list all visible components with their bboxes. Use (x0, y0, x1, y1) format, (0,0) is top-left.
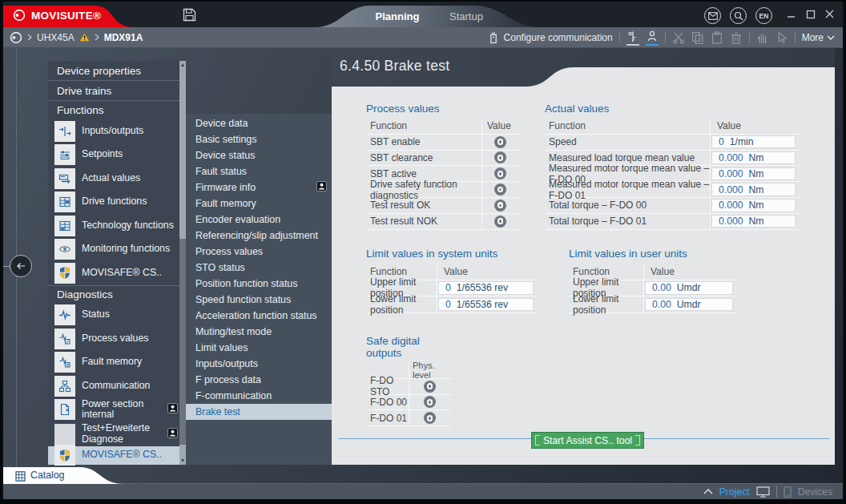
sidebar-item-test-erweiterte-diagnose[interactable]: Test+Erweiterte Diagnose (48, 421, 186, 446)
messages-icon[interactable] (704, 7, 721, 24)
sidebar-item-actual-values[interactable]: Actual values (48, 167, 186, 191)
sidebar-item-inputs-outputs[interactable]: Inputs/outputs (48, 119, 186, 143)
close-button[interactable] (824, 8, 835, 20)
submenu-item-sto-status[interactable]: STO status (186, 260, 332, 276)
value-box: 0.000Nm (711, 151, 796, 165)
row-label: F-DO 01 (366, 410, 409, 425)
submenu-item-position-function-status[interactable]: Position function status (186, 276, 332, 292)
row-label: Speed (545, 135, 710, 150)
submenu-item-f-communication[interactable]: F-communication (186, 388, 332, 404)
sidebar-item-drive-trains[interactable]: Drive trains (48, 81, 186, 101)
table-header-row: Function Value (545, 119, 800, 135)
start-assist-tool-button[interactable]: Start Assist CS.. tool (531, 432, 644, 449)
sidebar-header-functions[interactable]: Functions (48, 101, 186, 119)
more-menu-button[interactable]: More (802, 32, 835, 43)
submenu-item-speed-function-status[interactable]: Speed function status (186, 292, 332, 308)
person-icon (646, 30, 659, 42)
scroll-down-icon[interactable] (181, 459, 184, 462)
tab-startup[interactable]: Startup (441, 10, 491, 22)
sidebar-item-power-section-internal[interactable]: Power section internal (48, 398, 186, 422)
sidebar-item-status[interactable]: Status (48, 304, 186, 328)
sidebar-item-drive-functions[interactable]: Drive functions (48, 191, 186, 215)
sidebar-item-process-values[interactable]: Process values (48, 327, 186, 351)
breadcrumb-device-mdx91a[interactable]: MDX91A (104, 32, 143, 43)
submenu-item-label: STO status (195, 262, 245, 273)
submenu-item-f-process-data[interactable]: F process data (186, 372, 332, 388)
submenu-item-firmware-info[interactable]: Firmware info (186, 179, 332, 196)
submenu-item-device-status[interactable]: Device status (186, 147, 332, 163)
chevron-up-icon[interactable] (703, 489, 713, 494)
scroll-up-icon[interactable] (181, 63, 184, 67)
sidebar-item-label: Monitoring functions (82, 244, 181, 255)
sidebar-header-diagnostics[interactable]: Diagnostics (48, 285, 186, 304)
value-cell: 0.000Nm (710, 214, 799, 229)
toolbar-separator (619, 31, 620, 43)
column-header: Value (643, 264, 736, 280)
device-phone-icon[interactable] (784, 486, 792, 498)
search-icon[interactable] (730, 7, 747, 24)
submenu-item-label: Position function status (195, 278, 297, 289)
titlebar-icons: EN (704, 7, 772, 24)
submenu-item-process-values[interactable]: Process values (186, 244, 332, 260)
statusbar-devices-label[interactable]: Devices (798, 486, 832, 498)
commissioning-mode-button[interactable] (626, 30, 639, 45)
monitor-icon[interactable] (756, 486, 770, 498)
sidebar-item-communication[interactable]: Communication (48, 374, 186, 398)
limit-values-system-table: Function Value Upper limit position 01/6… (366, 264, 538, 313)
process-values-table: Function Value SBT enable SBT clearance … (366, 119, 519, 230)
submenu-item-label: Device status (195, 150, 255, 161)
submenu-item-device-data[interactable]: Device data (186, 115, 332, 131)
maximize-button[interactable] (805, 8, 816, 20)
value-cell (409, 395, 450, 410)
sidebar-item-movisafe-diagnostics[interactable]: MOVISAFE® CS.. (48, 446, 186, 465)
submenu-item-acceleration-function-status[interactable]: Acceleration function status (186, 308, 332, 324)
row-label: Drive safety function diagnostics (366, 182, 481, 197)
configure-communication-label: Configure communication (504, 32, 613, 43)
sidebar-item-setpoints[interactable]: Setpoints (48, 143, 186, 167)
inputs-outputs-icon (54, 121, 75, 142)
collapse-sidebar-button[interactable] (10, 255, 32, 277)
submenu-item-basic-settings[interactable]: Basic settings (186, 131, 332, 147)
value-box: 01/65536 rev (438, 298, 534, 312)
submenu-item-label: Limit values (195, 342, 248, 353)
language-badge[interactable]: EN (755, 7, 772, 24)
tab-planning[interactable]: Planning (365, 10, 429, 22)
select-cursor-icon[interactable] (776, 31, 788, 44)
submenu-item-fault-memory[interactable]: Fault memory (186, 196, 332, 212)
statusbar-project-label[interactable]: Project (719, 486, 750, 498)
paste-icon[interactable] (711, 31, 723, 44)
value-number: 0.000 (719, 152, 743, 163)
submenu-item-muting-test-mode[interactable]: Muting/test mode (186, 324, 332, 340)
copy-icon[interactable] (691, 31, 704, 44)
delete-icon[interactable] (730, 31, 743, 44)
scrollbar-thumb[interactable] (179, 239, 186, 445)
configure-communication-button[interactable]: Configure communication (487, 31, 613, 44)
minimize-button[interactable] (786, 8, 796, 20)
home-logo-icon[interactable] (10, 31, 22, 44)
sidebar-item-device-properties[interactable]: Device properties (48, 61, 186, 81)
sidebar-item-movisafe-functions[interactable]: MOVISAFE® CS.. (48, 261, 186, 285)
submenu-item-encoder-evaluation[interactable]: Encoder evaluation (186, 212, 332, 228)
submenu-item-brake-test[interactable]: Brake test (186, 404, 332, 420)
sidebar-item-fault-memory[interactable]: Fault memory (48, 351, 186, 375)
submenu-item-inputs-outputs[interactable]: Inputs/outputs (186, 356, 332, 372)
value-unit: Umdr (677, 282, 701, 293)
sidebar-item-technology-functions[interactable]: Technology functions (48, 214, 186, 238)
submenu-item-fault-status[interactable]: Fault status (186, 163, 332, 179)
user-mode-button[interactable] (646, 30, 659, 45)
catalog-tab[interactable]: Catalog (3, 467, 125, 484)
safe-digital-outputs-table: Phys. level F-DO STO F-DO 00 F-DO 01 (366, 363, 451, 426)
value-box: 0.00Umdr (645, 298, 733, 312)
status-indicator-icon (494, 183, 506, 196)
sidebar-scrollbar[interactable] (179, 61, 186, 465)
save-icon[interactable] (183, 8, 196, 22)
sidebar-item-monitoring-functions[interactable]: Monitoring functions (48, 238, 186, 262)
movisuite-logo-icon (13, 9, 26, 22)
value-cell (481, 151, 518, 166)
submenu-item-referencing-slip[interactable]: Referencing/slip adjustment (186, 228, 332, 244)
pan-hand-icon[interactable] (756, 31, 769, 44)
submenu-item-limit-values[interactable]: Limit values (186, 340, 332, 356)
cut-icon[interactable] (672, 31, 685, 44)
statusbar: Project Devices (3, 483, 843, 499)
breadcrumb-device-uhx45a[interactable]: UHX45A (37, 32, 75, 43)
